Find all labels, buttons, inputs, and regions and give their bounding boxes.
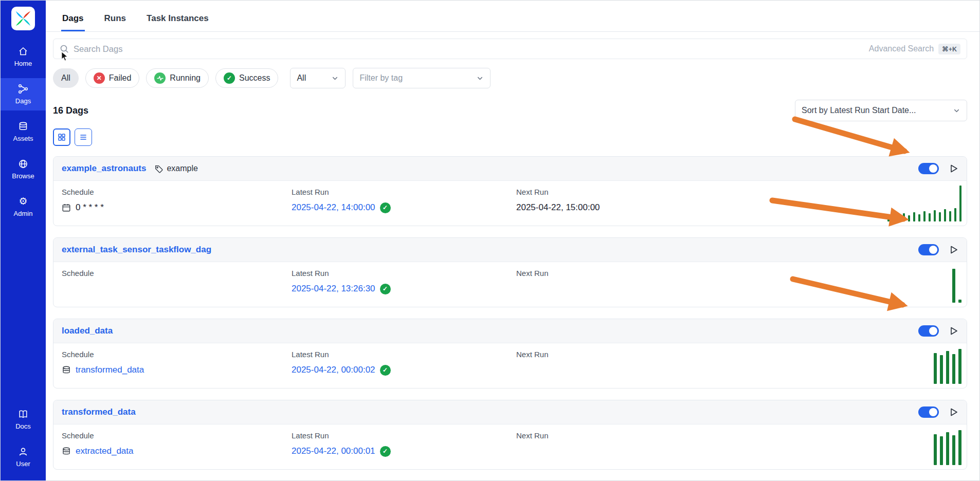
sidebar-item-label: Home [14,60,32,67]
select-value: All [297,73,306,83]
dag-card-list: example_astronauts example [53,156,967,481]
home-icon [18,46,28,57]
main-area: Dags Runs Task Instances Advanced Search… [46,1,979,480]
sidebar-item-dags[interactable]: Dags [1,78,46,110]
latest-run-link[interactable]: 2025-04-22, 00:00:01 [292,446,375,456]
airflow-app: Home Dags Assets Browse ⚙ Admi [0,0,980,481]
tab-task-instances[interactable]: Task Instances [146,13,210,31]
select-value: Sort by Latest Run Start Date... [802,106,916,115]
user-icon [18,447,28,457]
dag-card-actions [918,163,958,174]
trigger-dag-button[interactable] [949,164,958,173]
paused-filter-select[interactable]: All [290,68,346,88]
filter-chip-failed[interactable]: ✕ Failed [85,68,140,88]
dag-link[interactable]: loaded_data [62,326,113,336]
sidebar-item-label: Assets [13,135,33,142]
grid-view-icon [58,133,66,141]
sidebar-item-home[interactable]: Home [1,41,46,73]
schedule-label: Schedule [62,269,292,278]
sidebar-item-browse[interactable]: Browse [1,153,46,186]
shortcut-badge: ⌘+K [938,44,960,54]
sidebar-item-admin[interactable]: ⚙ Admin [1,191,46,223]
airflow-logo[interactable] [11,7,35,30]
dag-pause-toggle[interactable] [918,406,939,418]
tab-label: Dags [62,13,84,23]
admin-gear-icon: ⚙ [19,196,27,207]
dag-card-header: transformed_data [53,400,967,424]
tab-runs[interactable]: Runs [103,13,128,31]
chevron-down-icon [331,75,339,82]
trigger-dag-button[interactable] [949,326,958,336]
chip-label: All [61,73,70,83]
dag-pause-toggle[interactable] [918,244,939,255]
dag-tag[interactable]: example [154,164,197,173]
run-history-sparkline[interactable] [887,186,961,221]
dag-pause-toggle[interactable] [918,325,939,337]
latest-run-label: Latest Run [292,431,516,440]
toggle-knob [929,327,937,335]
schedule-label: Schedule [62,431,292,440]
tab-label: Task Instances [147,13,209,23]
play-icon [949,245,958,254]
dataset-icon [62,447,71,456]
play-icon [949,408,958,417]
dag-card-header: external_task_sensor_taskflow_dag [53,238,967,262]
assets-icon [18,121,28,132]
latest-run-link[interactable]: 2025-04-22, 00:00:02 [292,365,375,375]
dag-link[interactable]: external_task_sensor_taskflow_dag [62,245,211,255]
dag-pause-toggle[interactable] [918,163,939,174]
trigger-dag-button[interactable] [949,408,958,417]
airflow-pinwheel-icon [14,10,32,27]
advanced-search-link[interactable]: Advanced Search [869,44,934,53]
filter-chip-running[interactable]: Running [146,68,209,88]
dag-card-body: Schedule Latest Run 2025-04-22, 13:26:30… [53,262,967,307]
sidebar-item-user[interactable]: User [1,441,46,473]
dag-count: 16 Dags [53,105,88,116]
sidebar-item-docs[interactable]: Docs [1,403,46,436]
view-toggle-group [53,128,967,146]
sidebar-bottom: Docs User [1,403,46,473]
x-circle-icon: ✕ [94,72,105,84]
chevron-down-icon [953,107,960,115]
dag-card-loaded-data: loaded_data Schedule [53,319,967,388]
toggle-knob [929,164,937,173]
latest-run-link[interactable]: 2025-04-22, 13:26:30 [292,284,375,294]
play-icon [949,326,958,336]
schedule-asset-link[interactable]: extracted_data [76,446,133,456]
table-view-button[interactable] [75,128,92,146]
run-history-sparkline[interactable] [934,349,961,384]
dag-card-body: Schedule 0 * * * * Latest Run [53,181,967,226]
card-view-button[interactable] [53,128,70,146]
dag-card-body: Schedule transformed_data [53,343,967,388]
filter-chip-success[interactable]: ✓ Success [215,68,278,88]
activity-circle-icon [154,72,166,84]
play-icon [949,164,958,173]
check-circle-icon: ✓ [224,72,235,84]
dag-link[interactable]: transformed_data [62,407,136,417]
chip-label: Success [239,73,270,83]
latest-run-label: Latest Run [292,269,516,278]
search-input[interactable] [74,44,864,54]
content: Advanced Search ⌘+K All ✕ Failed [46,39,979,481]
sidebar-item-assets[interactable]: Assets [1,116,46,148]
trigger-dag-button[interactable] [949,245,958,254]
schedule-asset-link[interactable]: transformed_data [76,365,144,375]
top-tabbar: Dags Runs Task Instances [46,1,979,32]
latest-run-link[interactable]: 2025-04-22, 14:00:00 [292,202,375,213]
schedule-value: 0 * * * * [76,202,104,213]
latest-run-label: Latest Run [292,350,516,359]
run-history-sparkline[interactable] [952,269,961,303]
chip-label: Failed [109,73,132,83]
filter-chip-all[interactable]: All [53,68,79,88]
latest-run-label: Latest Run [292,188,516,196]
tab-dags[interactable]: Dags [61,13,85,31]
success-check-icon: ✓ [380,365,391,376]
tag-filter-select[interactable]: Filter by tag [353,68,491,88]
run-history-sparkline[interactable] [934,430,961,465]
dags-icon [18,84,28,94]
next-run-label: Next Run [516,431,958,440]
success-check-icon: ✓ [380,284,391,294]
dag-link[interactable]: example_astronauts [62,163,146,174]
dag-card-header: loaded_data [53,319,967,343]
sort-select[interactable]: Sort by Latest Run Start Date... [795,100,967,121]
